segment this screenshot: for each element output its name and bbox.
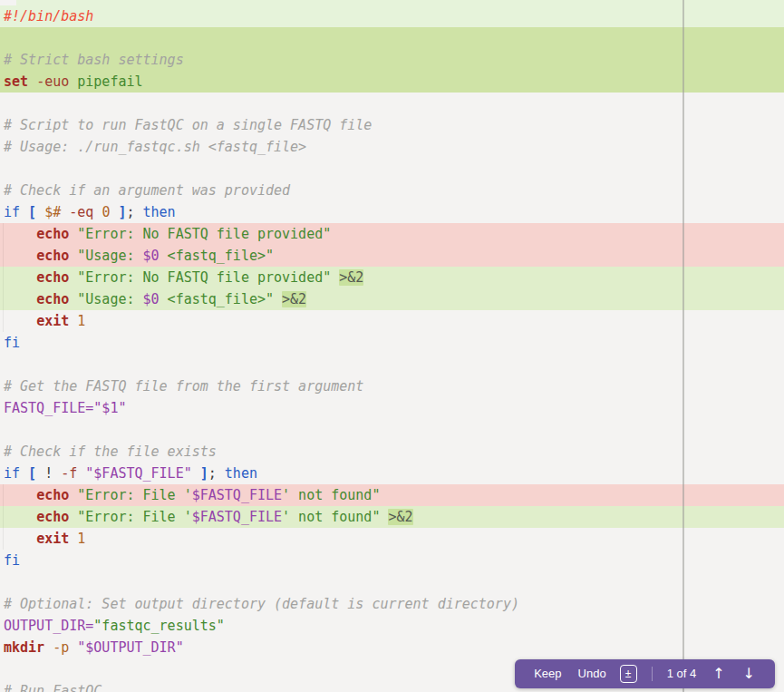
code-line[interactable] bbox=[0, 158, 784, 180]
arrow-down-icon: ↓ bbox=[743, 665, 755, 682]
code-line[interactable]: # Check if the file exists bbox=[0, 441, 784, 463]
code-token: $FASTQ_FILE bbox=[192, 487, 282, 503]
code-token: <fastq_file>" bbox=[160, 248, 274, 264]
code-token: ! bbox=[36, 465, 61, 482]
code-token: OUTPUT_DIR= bbox=[4, 618, 93, 634]
code-token: # Check if the file exists bbox=[4, 443, 217, 460]
code-token: if bbox=[4, 465, 20, 482]
code-line[interactable]: #!/bin/bash bbox=[0, 5, 784, 27]
code-token: echo bbox=[36, 269, 69, 286]
code-line[interactable]: # Usage: ./run_fastqc.sh <fastq_file> bbox=[0, 136, 784, 158]
code-token: $# bbox=[44, 204, 61, 220]
code-token: "Error: No FASTQ file provided" bbox=[77, 269, 331, 286]
prev-diff-button[interactable]: ↑ bbox=[710, 659, 727, 688]
code-token: echo bbox=[36, 487, 69, 503]
keep-button[interactable]: Keep bbox=[530, 659, 565, 688]
next-diff-button[interactable]: ↓ bbox=[740, 659, 758, 688]
code-token bbox=[20, 204, 28, 220]
code-token bbox=[44, 639, 53, 656]
arrow-up-icon: ↑ bbox=[712, 665, 724, 682]
code-token: "$OUTPUT_DIR" bbox=[77, 639, 183, 656]
code-token bbox=[4, 531, 36, 547]
code-line[interactable]: mkdir -p "$OUTPUT_DIR" bbox=[0, 637, 784, 658]
code-line[interactable] bbox=[0, 27, 784, 49]
code-line[interactable]: OUTPUT_DIR="fastqc_results" bbox=[0, 615, 784, 637]
code-token bbox=[4, 509, 36, 525]
code-token bbox=[28, 73, 36, 90]
code-token: # Strict bash settings bbox=[4, 52, 184, 68]
code-token: [ bbox=[28, 204, 36, 220]
code-line[interactable] bbox=[0, 419, 784, 441]
code-token: set bbox=[4, 73, 28, 90]
code-token: ' not found" bbox=[282, 487, 380, 503]
code-line[interactable]: echo "Error: File '$FASTQ_FILE' not foun… bbox=[0, 506, 784, 528]
code-token: -p bbox=[53, 639, 69, 656]
code-token: exit bbox=[36, 531, 69, 547]
code-token bbox=[4, 291, 36, 307]
code-token: pipefail bbox=[77, 73, 142, 90]
code-token: fi bbox=[4, 335, 20, 351]
code-token bbox=[69, 487, 77, 503]
code-token bbox=[4, 226, 36, 242]
code-token: "Error: No FASTQ file provided" bbox=[77, 226, 331, 242]
code-lines: #!/bin/bash# Strict bash settingsset -eu… bbox=[0, 5, 784, 692]
code-token: [ bbox=[28, 465, 36, 482]
code-token: ' not found" bbox=[282, 509, 380, 525]
code-token bbox=[331, 269, 339, 286]
code-line[interactable]: if [ $# -eq 0 ]; then bbox=[0, 201, 784, 223]
code-token: FASTQ_FILE="$1" bbox=[4, 400, 126, 416]
code-line[interactable]: # Strict bash settings bbox=[0, 49, 784, 71]
code-token: # Get the FASTQ file from the first argu… bbox=[4, 378, 363, 395]
diff-counter: 1 of 4 bbox=[667, 663, 697, 685]
code-line[interactable]: echo "Usage: $0 <fastq_file>" >&2 bbox=[0, 288, 784, 310]
code-line[interactable]: # Optional: Set output directory (defaul… bbox=[0, 593, 784, 615]
code-token: echo bbox=[36, 226, 69, 242]
undo-button[interactable]: Undo bbox=[575, 659, 610, 688]
code-token bbox=[69, 639, 77, 656]
code-line[interactable] bbox=[0, 354, 784, 375]
code-line[interactable]: echo "Error: File '$FASTQ_FILE' not foun… bbox=[0, 484, 784, 506]
code-token: echo bbox=[36, 291, 69, 307]
code-token: -euo bbox=[36, 73, 69, 90]
code-token bbox=[69, 269, 77, 286]
code-line[interactable]: echo "Usage: $0 <fastq_file>" bbox=[0, 245, 784, 267]
code-token: ] bbox=[200, 465, 208, 482]
code-token bbox=[69, 531, 77, 547]
code-line[interactable]: echo "Error: No FASTQ file provided" bbox=[0, 223, 784, 245]
code-token: # Run FastQC bbox=[4, 683, 102, 692]
code-line[interactable] bbox=[0, 93, 784, 114]
code-token: 1 bbox=[77, 313, 85, 329]
code-token bbox=[69, 248, 77, 264]
code-token: if bbox=[4, 204, 20, 220]
code-line[interactable]: FASTQ_FILE="$1" bbox=[0, 397, 784, 419]
code-token: then bbox=[143, 204, 176, 220]
code-token bbox=[69, 291, 77, 307]
code-line[interactable]: set -euo pipefail bbox=[0, 71, 784, 93]
code-token: <fastq_file>" bbox=[160, 291, 274, 307]
code-token: ; bbox=[126, 204, 142, 220]
code-token: -f bbox=[61, 465, 77, 482]
code-line[interactable]: fi bbox=[0, 550, 784, 571]
code-token: # Script to run FastQC on a single FASTQ… bbox=[4, 117, 372, 133]
code-token: $0 bbox=[143, 291, 160, 307]
code-line[interactable]: # Get the FASTQ file from the first argu… bbox=[0, 375, 784, 397]
code-token: # Usage: ./run_fastqc.sh <fastq_file> bbox=[4, 139, 306, 155]
code-token: $0 bbox=[143, 248, 160, 264]
code-editor: #!/bin/bash# Strict bash settingsset -eu… bbox=[0, 0, 784, 692]
code-line[interactable] bbox=[0, 571, 784, 593]
code-line[interactable]: echo "Error: No FASTQ file provided" >&2 bbox=[0, 267, 784, 288]
code-line[interactable]: # Check if an argument was provided bbox=[0, 180, 784, 201]
diff-file-icon[interactable]: ± bbox=[620, 665, 637, 683]
code-token: # Optional: Set output directory (defaul… bbox=[4, 596, 519, 612]
code-line[interactable]: # Script to run FastQC on a single FASTQ… bbox=[0, 114, 784, 136]
code-line[interactable]: exit 1 bbox=[0, 310, 784, 332]
code-line[interactable]: exit 1 bbox=[0, 528, 784, 550]
plus-minus-icon: ± bbox=[625, 668, 632, 679]
code-token: fi bbox=[4, 552, 20, 569]
code-token: "Error: File ' bbox=[77, 509, 191, 525]
code-line[interactable]: if [ ! -f "$FASTQ_FILE" ]; then bbox=[0, 463, 784, 484]
code-token bbox=[274, 291, 282, 307]
code-token bbox=[69, 313, 77, 329]
code-line[interactable]: fi bbox=[0, 332, 784, 354]
code-token bbox=[20, 465, 28, 482]
